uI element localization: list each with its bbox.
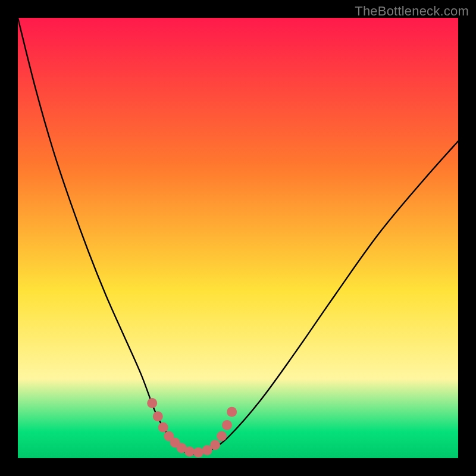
watermark-text: TheBottleneck.com <box>355 4 469 19</box>
marker-dot <box>210 440 220 450</box>
plot-area <box>18 18 458 458</box>
marker-dot <box>193 447 203 458</box>
marker-dot <box>184 446 195 456</box>
chart-frame: TheBottleneck.com <box>0 0 476 476</box>
marker-dot <box>227 407 237 417</box>
chart-svg <box>18 18 458 458</box>
marker-dot <box>222 420 232 430</box>
marker-dot <box>158 422 168 433</box>
marker-dot <box>217 431 227 441</box>
marker-dot <box>147 398 157 408</box>
marker-dot <box>153 411 163 421</box>
